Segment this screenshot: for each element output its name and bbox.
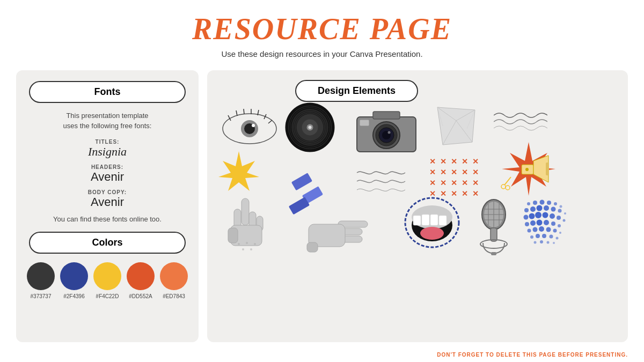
right-panel: Design Elements [207,70,628,342]
color-hex-1: #373737 [31,293,52,299]
svg-point-117 [558,209,562,212]
color-swatch-3: #F4C22D [93,262,121,299]
paper-texture-icon [435,105,478,147]
titles-label: TITLES: [29,139,186,145]
svg-point-120 [529,213,535,219]
svg-rect-76 [228,228,238,243]
svg-text:✕: ✕ [429,157,436,166]
eye-icon [220,107,279,150]
svg-text:✕: ✕ [472,168,479,176]
hand-up-icon [225,196,268,260]
svg-point-79 [254,243,256,245]
svg-text:✕: ✕ [440,168,447,176]
color-circle-3 [93,262,121,290]
svg-text:✕: ✕ [472,157,479,166]
svg-rect-66 [546,162,549,175]
svg-text:✕: ✕ [440,179,447,187]
headers-label: HEADERS: [29,164,186,170]
svg-line-11 [268,120,272,123]
svg-point-132 [528,228,531,232]
svg-point-30 [388,131,391,134]
svg-point-122 [543,212,548,218]
svg-point-70 [506,186,510,190]
mouth-icon [402,193,462,252]
header: RESOURCE PAGE Use these design resources… [192,0,452,64]
svg-point-108 [540,200,545,204]
svg-point-114 [537,205,543,211]
svg-point-67 [525,168,529,171]
starburst-icon [217,150,260,193]
svg-rect-91 [422,215,429,225]
color-circle-2 [60,262,88,290]
svg-point-106 [527,202,530,205]
svg-point-144 [540,240,543,243]
svg-point-94 [420,227,444,240]
svg-rect-105 [491,252,496,255]
color-swatch-2: #2F4396 [60,262,88,299]
svg-point-136 [553,228,557,232]
svg-rect-93 [439,216,447,225]
svg-point-110 [554,202,557,205]
svg-point-121 [535,212,541,218]
svg-rect-40 [291,173,312,190]
svg-point-109 [547,201,551,205]
svg-point-113 [530,206,536,212]
svg-point-77 [238,243,240,245]
color-hex-5: #ED7843 [163,293,185,299]
svg-text:✕: ✕ [451,157,457,166]
design-grid: ✕ ✕ ✕ ✕ ✕ ✕ ✕ ✕ ✕ ✕ ✕ ✕ ✕ [220,107,615,328]
svg-point-139 [536,234,540,238]
svg-point-112 [524,208,529,212]
svg-rect-25 [373,112,400,119]
main-content: Fonts This presentation template uses th… [0,64,644,349]
fonts-description: This presentation template uses the foll… [29,110,186,131]
svg-point-129 [544,220,549,225]
svg-rect-92 [430,215,438,225]
svg-point-119 [524,215,529,219]
svg-point-115 [544,205,549,211]
svg-point-128 [537,219,543,225]
svg-point-3 [252,124,255,127]
titles-entry: TITLES: Insignia [29,139,186,159]
page-wrapper: RESOURCE PAGE Use these design resources… [0,0,644,362]
svg-text:✕: ✕ [462,189,468,198]
svg-text:✕: ✕ [429,168,436,176]
svg-text:✕: ✕ [462,157,468,166]
color-hex-4: #DD552A [129,293,152,299]
svg-marker-32 [437,107,475,145]
svg-rect-31 [360,120,369,126]
svg-line-6 [236,110,237,116]
svg-point-145 [547,241,550,243]
svg-point-81 [250,248,252,250]
svg-text:✕: ✕ [451,168,457,176]
svg-point-138 [530,235,533,239]
halftone-dots-icon [523,198,572,247]
svg-point-125 [563,219,566,221]
body-font: Avenir [29,195,186,209]
footer-note: DON'T FORGET TO DELETE THIS PAGE BEFORE … [0,349,644,362]
svg-text:✕: ✕ [451,179,457,187]
svg-point-17 [309,125,312,129]
svg-point-137 [559,232,561,234]
svg-rect-90 [413,216,421,225]
svg-text:✕: ✕ [472,179,479,187]
body-entry: BODY COPY: Avenir [29,189,186,209]
svg-text:✕: ✕ [462,168,468,176]
svg-point-146 [553,242,555,244]
svg-point-126 [525,222,529,226]
svg-marker-39 [218,151,259,191]
svg-point-123 [550,213,555,219]
svg-point-133 [533,227,538,232]
svg-point-107 [533,201,537,205]
svg-text:✕: ✕ [462,179,468,187]
svg-point-111 [560,205,562,208]
colors-badge: Colors [29,232,186,254]
svg-point-127 [530,220,536,226]
x-marks-icon: ✕ ✕ ✕ ✕ ✕ ✕ ✕ ✕ ✕ ✕ ✕ ✕ ✕ [427,156,491,198]
left-panel: Fonts This presentation template uses th… [16,70,199,342]
color-swatch-1: #373737 [27,262,55,299]
hand-right-icon [306,215,370,257]
color-circle-4 [127,262,155,290]
svg-point-124 [557,216,561,220]
color-circle-1 [27,262,55,290]
